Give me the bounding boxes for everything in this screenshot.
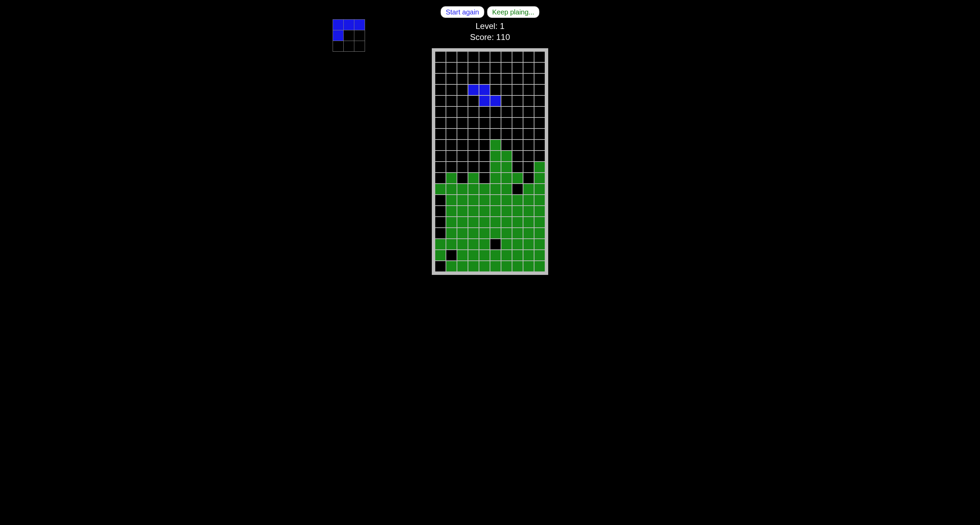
board-cell [435,129,445,139]
board-cell [490,151,501,161]
board-cell [535,162,545,172]
board-cell [435,151,445,161]
preview-cell [344,30,354,41]
keep-playing-button[interactable]: Keep plaing... [487,6,539,18]
board-cell [479,250,490,260]
preview-cell [333,20,343,30]
play-board[interactable] [435,52,545,271]
board-cell [468,250,479,260]
board-cell [457,151,468,161]
board-cell [457,261,468,271]
board-cell [512,151,523,161]
board-cell [446,206,457,216]
board-cell [435,239,445,249]
board-cell [435,250,445,260]
board-cell [468,85,479,95]
board-cell [446,184,457,194]
board-cell [501,140,512,150]
board-cell [479,239,490,249]
board-cell [435,118,445,128]
board-cell [490,184,501,194]
board-cell [535,206,545,216]
board-cell [512,96,523,106]
board-cell [512,129,523,139]
board-cell [457,107,468,117]
level-line: Level: 1 [470,21,510,32]
board-cell [435,107,445,117]
board-cell [501,250,512,260]
board-cell [523,63,534,73]
board-cell [490,217,501,227]
board-cell [479,96,490,106]
start-again-button[interactable]: Start again [441,6,484,18]
board-cell [457,140,468,150]
board-cell [468,206,479,216]
board-cell [535,184,545,194]
board-cell [501,74,512,84]
board-cell [457,52,468,62]
board-cell [468,96,479,106]
board-cell [535,63,545,73]
board-cell [501,162,512,172]
board-cell [479,184,490,194]
board-cell [468,228,479,238]
board-cell [479,162,490,172]
play-board-frame [432,48,548,275]
board-cell [535,96,545,106]
board-cell [535,173,545,183]
board-cell [523,250,534,260]
board-cell [457,173,468,183]
board-cell [446,250,457,260]
board-cell [457,206,468,216]
board-cell [468,151,479,161]
board-cell [479,129,490,139]
board-cell [446,151,457,161]
board-cell [523,195,534,205]
board-cell [446,173,457,183]
board-cell [446,63,457,73]
board-cell [435,85,445,95]
board-cell [512,107,523,117]
board-cell [535,217,545,227]
board-cell [435,74,445,84]
board-cell [512,173,523,183]
preview-cell [354,20,365,30]
game-stage: Start again Keep plaing... Level: 1 Scor… [231,0,749,278]
board-cell [468,107,479,117]
board-cell [535,129,545,139]
board-cell [512,261,523,271]
board-cell [523,162,534,172]
board-cell [479,63,490,73]
preview-cell [333,41,343,51]
board-cell [501,184,512,194]
board-cell [479,140,490,150]
level-value: 1 [500,21,504,31]
board-cell [446,261,457,271]
board-cell [523,261,534,271]
board-cell [523,140,534,150]
board-cell [435,173,445,183]
board-cell [457,63,468,73]
board-cell [435,261,445,271]
board-cell [535,261,545,271]
board-cell [523,184,534,194]
board-cell [446,217,457,227]
board-cell [501,85,512,95]
board-cell [512,140,523,150]
board-cell [435,228,445,238]
board-cell [446,239,457,249]
level-label: Level: [476,21,500,31]
board-cell [435,52,445,62]
board-cell [523,85,534,95]
board-cell [490,162,501,172]
board-cell [457,162,468,172]
board-cell [435,140,445,150]
next-piece-preview [332,19,365,52]
board-cell [446,140,457,150]
preview-cell [354,41,365,51]
board-cell [512,195,523,205]
board-cell [490,140,501,150]
board-cell [490,239,501,249]
board-cell [512,250,523,260]
board-cell [512,74,523,84]
